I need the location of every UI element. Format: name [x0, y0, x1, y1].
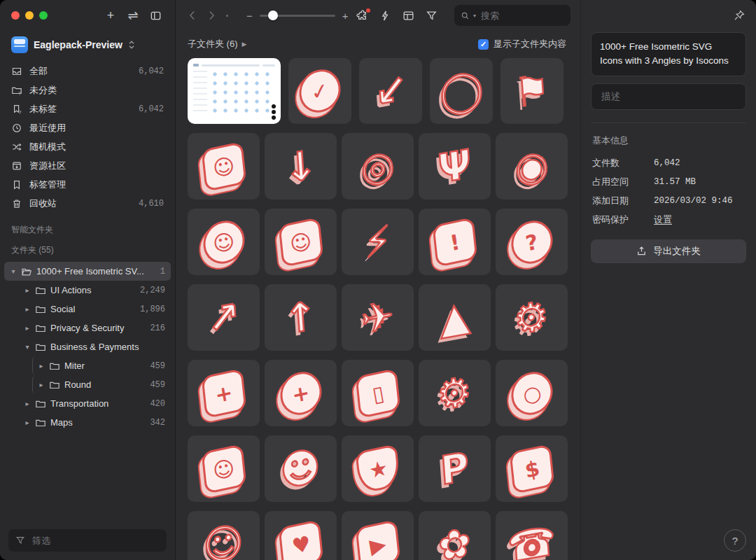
minimize-button[interactable]: [25, 11, 34, 20]
folder-title-field[interactable]: 1000+ Free Isometric SVG Icons with 3 An…: [591, 32, 746, 76]
folder-item-privacy-security[interactable]: ▸ Privacy & Security 216: [18, 318, 171, 337]
fullscreen-button[interactable]: [39, 11, 48, 20]
thumbnail-card[interactable]: ↓: [265, 133, 337, 200]
disclosure-triangle[interactable]: ▸: [24, 305, 31, 313]
resource-box-icon: [11, 160, 22, 172]
thumbnail-card[interactable]: ✈: [342, 284, 414, 351]
sidebar-item-tags[interactable]: 标签管理: [6, 175, 169, 194]
thumbnail-card[interactable]: ⚡: [342, 209, 414, 275]
thumbnail-card[interactable]: !: [419, 209, 491, 275]
zoom-in-button[interactable]: +: [342, 10, 349, 22]
subfolders-header[interactable]: 子文件夹 (6) ▶: [188, 38, 246, 50]
section-smart-folders[interactable]: 智能文件夹: [0, 213, 175, 239]
disclosure-triangle[interactable]: ▸: [24, 286, 31, 294]
user-card-icon: ☺: [278, 216, 323, 267]
thumbnail-card[interactable]: ✓: [288, 58, 351, 124]
filter-button[interactable]: [426, 10, 438, 22]
thumbnail-card[interactable]: ↙: [359, 58, 422, 124]
section-folders[interactable]: 文件夹 (55): [0, 239, 175, 259]
basic-info-section: 基本信息 文件数 6,042 占用空间 31.57 MB 添加日期 2026/0…: [581, 123, 756, 232]
show-subfolder-toggle[interactable]: ✓ 显示子文件夹内容: [478, 38, 566, 50]
disclosure-triangle[interactable]: ▸: [38, 362, 45, 370]
layout-view-button[interactable]: [402, 10, 414, 22]
folder-item-transportation[interactable]: ▸ Transportation 420: [18, 394, 171, 413]
thumbnail-card[interactable]: ☺: [188, 511, 260, 560]
thumbnail-card[interactable]: ⚙: [496, 284, 568, 351]
folder-item-business-payments[interactable]: ▾ Business & Payments: [18, 337, 171, 356]
thumbnail-card[interactable]: ▯: [342, 360, 414, 426]
thumbnail-card[interactable]: ▲: [419, 284, 491, 351]
folder-item-round[interactable]: ▸ Round 459: [32, 375, 171, 394]
back-button[interactable]: [186, 7, 198, 24]
library-switcher[interactable]: Eaglepack-Preview: [0, 31, 175, 62]
disclosure-triangle[interactable]: ▸: [38, 381, 45, 388]
sidebar-item-random[interactable]: 随机模式: [6, 137, 169, 156]
thumbnail-card[interactable]: ☺: [188, 209, 260, 275]
sidebar-item-uncategorized[interactable]: ? 未分类: [6, 80, 169, 99]
disclosure-triangle[interactable]: ▸: [24, 324, 31, 332]
thumbnail-card[interactable]: ⚙: [419, 360, 491, 426]
thumbnail-card[interactable]: ◉: [496, 133, 568, 200]
folder-item-miter[interactable]: ▸ Miter 459: [32, 356, 171, 375]
thumbnail-card[interactable]: ♥: [265, 511, 337, 560]
search-box[interactable]: ▾: [454, 5, 570, 26]
thumbnail-card[interactable]: ▶: [342, 511, 414, 560]
pin-button[interactable]: [734, 10, 745, 21]
thumbnail-card[interactable]: P: [419, 435, 491, 502]
folder-item-maps[interactable]: ▸ Maps 342: [18, 413, 171, 432]
sidebar-item-community[interactable]: 资源社区: [6, 156, 169, 175]
thumbnail-card[interactable]: ☺: [265, 209, 337, 275]
folder-item-isometric[interactable]: ▾ 1000+ Free Isometric SV... 1: [4, 262, 171, 281]
thumbnail-card[interactable]: ☻: [265, 435, 337, 502]
sidebar-item-untagged[interactable]: ? 未标签 6,042: [6, 99, 169, 118]
disclosure-triangle[interactable]: ▾: [24, 343, 31, 351]
folder-item-social[interactable]: ▸ Social 1,896: [18, 300, 171, 318]
checkbox-checked[interactable]: ✓: [478, 39, 489, 50]
thumbnail-card[interactable]: +: [265, 360, 337, 426]
help-button[interactable]: ?: [724, 529, 746, 552]
folder-description-field[interactable]: [591, 83, 746, 110]
filter-input-box[interactable]: [8, 529, 167, 552]
disclosure-triangle[interactable]: ▾: [10, 267, 17, 275]
close-button[interactable]: [11, 11, 20, 20]
thumbnail-card[interactable]: ↗: [188, 284, 260, 351]
zoom-out-button[interactable]: −: [246, 10, 253, 22]
sort-toggle-icon[interactable]: ⇌: [125, 7, 141, 24]
thumbnail-card[interactable]: ◯: [430, 58, 493, 124]
folder-icon: [35, 304, 46, 315]
thumbnail-card[interactable]: ↑: [265, 284, 337, 351]
chevron-down-icon[interactable]: ▾: [473, 13, 476, 19]
add-button[interactable]: +: [102, 7, 119, 24]
search-input[interactable]: [479, 10, 564, 22]
forward-button[interactable]: [205, 7, 218, 24]
thumbnail-card[interactable]: ⚑: [500, 58, 564, 124]
thumbnail-card[interactable]: ★: [342, 435, 414, 502]
folder-item-ui-actions[interactable]: ▸ UI Actions 2,249: [18, 281, 171, 300]
quick-actions-button[interactable]: [379, 10, 391, 22]
plugins-button[interactable]: [356, 10, 368, 22]
thumbnail-card[interactable]: ?: [496, 209, 568, 275]
zoom-slider[interactable]: [260, 15, 335, 17]
sidebar-item-recent[interactable]: 最近使用: [6, 118, 169, 137]
sidebar-item-trash[interactable]: 回收站 4,610: [6, 194, 169, 213]
thumbnail-card[interactable]: ☺: [188, 133, 260, 200]
thumbnail-card[interactable]: ✿: [419, 511, 491, 560]
export-folder-button[interactable]: 导出文件夹: [591, 239, 746, 263]
password-setup-link[interactable]: 设置: [654, 214, 672, 226]
folder-preview-thumbnail[interactable]: [188, 58, 281, 124]
filter-input[interactable]: [31, 535, 160, 547]
thumbnail-card[interactable]: $: [496, 435, 568, 502]
zoom-slider-thumb[interactable]: [268, 10, 278, 20]
thumbnail-card[interactable]: ◎: [342, 133, 414, 200]
disclosure-triangle[interactable]: ▸: [24, 419, 31, 426]
trash-icon: [11, 198, 22, 209]
sidebar-toggle-icon[interactable]: [147, 7, 164, 24]
thumbnail-card[interactable]: ☺: [188, 435, 260, 502]
thumbnail-card[interactable]: Ψ: [419, 133, 491, 200]
thumbnail-card[interactable]: ○: [496, 360, 568, 426]
thumbnail-card[interactable]: ☎: [496, 511, 568, 560]
description-input[interactable]: [600, 90, 737, 102]
sidebar-item-all[interactable]: 全部 6,042: [6, 62, 169, 80]
disclosure-triangle[interactable]: ▸: [24, 400, 31, 407]
thumbnail-card[interactable]: +: [188, 360, 260, 426]
